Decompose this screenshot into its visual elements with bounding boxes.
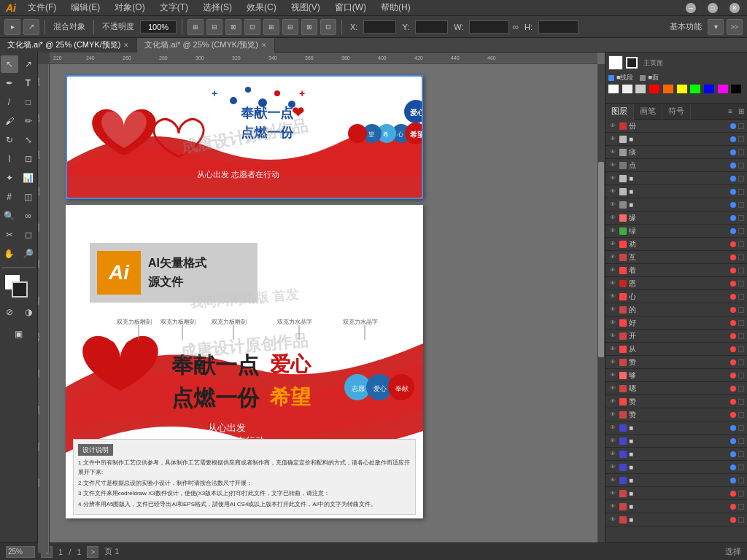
layer-red2[interactable]: 👁 ■ [605, 500, 747, 513]
layer-好[interactable]: 👁 好 [605, 316, 747, 330]
layer-心[interactable]: 👁 心 [605, 290, 747, 303]
window-maximize[interactable]: □ [708, 3, 718, 13]
workspace-btn[interactable]: ▾ [708, 19, 724, 35]
free-transform-tool[interactable]: ⊡ [20, 150, 37, 168]
direct-select-btn[interactable]: ↗ [23, 19, 39, 35]
layer-够[interactable]: 👁 够 [605, 369, 747, 382]
layer-blue3[interactable]: 👁 ■ [605, 448, 747, 461]
swatch-black[interactable] [731, 85, 741, 93]
select-tool-btn[interactable]: ▸ [4, 19, 20, 35]
symbol-tool[interactable]: ✦ [1, 169, 18, 187]
pen-tool[interactable]: ✒ [1, 74, 18, 92]
channels-tab[interactable]: 画笔 [634, 104, 662, 120]
layer-赞[interactable]: 👁 赞 [605, 356, 747, 369]
lock-3[interactable] [738, 149, 744, 155]
layer-blue2[interactable]: 👁 ■ [605, 435, 747, 448]
align-center-btn[interactable]: ⊟ [206, 19, 222, 35]
h-input[interactable]: 1200 mm [538, 20, 578, 34]
align-bottom-btn[interactable]: ⊟ [282, 19, 298, 35]
panel-options[interactable]: ≡ [725, 107, 735, 115]
graph-tool[interactable]: 📊 [20, 169, 37, 187]
layer-开[interactable]: 👁 开 [605, 330, 747, 343]
layer-劝[interactable]: 👁 绿 [605, 225, 747, 238]
layer-7[interactable]: 👁 ■ [605, 198, 747, 211]
menu-window[interactable]: 窗口(W) [332, 1, 369, 14]
rect-tool[interactable]: □ [20, 93, 37, 111]
swatch-magenta[interactable] [718, 85, 728, 93]
swatch-yellow[interactable] [677, 85, 687, 93]
swatch-green[interactable] [690, 85, 700, 93]
tab-2-close[interactable]: ✕ [261, 42, 267, 49]
page-next-btn[interactable]: > [87, 546, 98, 558]
window-close[interactable]: ✕ [729, 3, 740, 13]
blend-tool[interactable]: ∞ [20, 207, 37, 225]
tab-1[interactable]: 文化墙.ai* @ 25% (CMYK/预览) ✕ [0, 38, 137, 52]
eye-2[interactable]: 👁 [608, 135, 617, 144]
eraser-tool[interactable]: ◻ [20, 226, 37, 244]
window-minimize[interactable]: ─ [686, 3, 696, 13]
layer-份[interactable]: 👁 份 [605, 120, 747, 133]
direct-select-tool[interactable]: ↗ [20, 55, 37, 73]
layer-着[interactable]: 👁 着 [605, 264, 747, 277]
distribute-v-btn[interactable]: ⊡ [320, 19, 336, 35]
menu-view[interactable]: 视图(V) [288, 1, 323, 14]
layer-6[interactable]: 👁 ■ [605, 185, 747, 198]
layer-4[interactable]: 👁 点 [605, 159, 747, 172]
layer-劝2[interactable]: 👁 劝 [605, 238, 747, 251]
handle-tl[interactable] [66, 75, 68, 77]
type-tool[interactable]: T [20, 74, 37, 92]
layer-lock-份[interactable] [738, 123, 744, 129]
paths-tab[interactable]: 符号 [662, 104, 691, 120]
swatch-lightgray[interactable] [622, 85, 632, 93]
scissors-tool[interactable]: ✂ [1, 226, 18, 244]
menu-file[interactable]: 文件(F) [25, 1, 59, 14]
layer-blue1[interactable]: 👁 ■ [605, 421, 747, 435]
layer-绿[interactable]: 👁 缘 [605, 211, 747, 225]
layer-blue5[interactable]: 👁 ■ [605, 474, 747, 487]
align-left-btn[interactable]: ⊞ [187, 19, 204, 35]
layer-5[interactable]: 👁 ■ [605, 172, 747, 185]
none-fill[interactable]: ⊘ [1, 303, 18, 321]
line-tool[interactable]: / [1, 93, 18, 111]
layer-red1[interactable]: 👁 ■ [605, 487, 747, 500]
opacity-input[interactable] [140, 20, 177, 34]
swatch-orange[interactable] [663, 85, 673, 93]
eyedropper-tool[interactable]: 🔍 [1, 207, 18, 225]
layer-赞3[interactable]: 👁 赞 [605, 408, 747, 421]
menu-text[interactable]: 文字(T) [157, 1, 191, 14]
menu-help[interactable]: 帮助(H) [378, 1, 414, 14]
canvas-vscroll-thumb[interactable] [598, 162, 604, 357]
panel-expand[interactable]: ⊞ [735, 107, 747, 115]
align-top-btn[interactable]: ⊡ [244, 19, 260, 35]
layer-嗯[interactable]: 👁 嗯 [605, 382, 747, 395]
distribute-h-btn[interactable]: ⊠ [301, 19, 317, 35]
menu-edit[interactable]: 编辑(E) [68, 1, 103, 14]
layer-2[interactable]: 👁 ■ [605, 133, 747, 146]
layer-互[interactable]: 👁 互 [605, 251, 747, 264]
menu-select[interactable]: 选择(S) [200, 1, 235, 14]
layers-tab[interactable]: 图层 [605, 104, 634, 120]
pencil-tool[interactable]: ✏ [20, 112, 37, 130]
panel-toggle-btn[interactable]: >> [727, 19, 743, 35]
swatch-gray[interactable] [635, 85, 646, 93]
link-icon[interactable]: ∞ [512, 22, 519, 32]
layer-3[interactable]: 👁 痰 [605, 146, 747, 159]
zoom-tool[interactable]: 🔎 [20, 245, 37, 262]
layer-的[interactable]: 👁 的 [605, 303, 747, 316]
swatch-white[interactable] [608, 85, 619, 93]
menu-object[interactable]: 对象(O) [112, 1, 147, 14]
canvas-vscroll[interactable] [597, 64, 605, 553]
layer-从[interactable]: 👁 从 [605, 343, 747, 356]
layer-red3[interactable]: 👁 ■ [605, 513, 747, 526]
black-stroke[interactable] [626, 57, 638, 69]
tab-1-close[interactable]: ✕ [123, 42, 129, 49]
menu-effect[interactable]: 效果(C) [244, 1, 279, 14]
paintbrush-tool[interactable]: 🖌 [1, 112, 18, 130]
zoom-input[interactable] [6, 546, 35, 558]
mesh-tool[interactable]: # [1, 188, 18, 206]
rotate-tool[interactable]: ↻ [1, 131, 18, 149]
lock-2[interactable] [738, 136, 744, 142]
layer-赞2[interactable]: 👁 赞 [605, 395, 747, 408]
select-tool[interactable]: ↖ [1, 55, 18, 73]
scale-tool[interactable]: ⤡ [20, 131, 37, 149]
